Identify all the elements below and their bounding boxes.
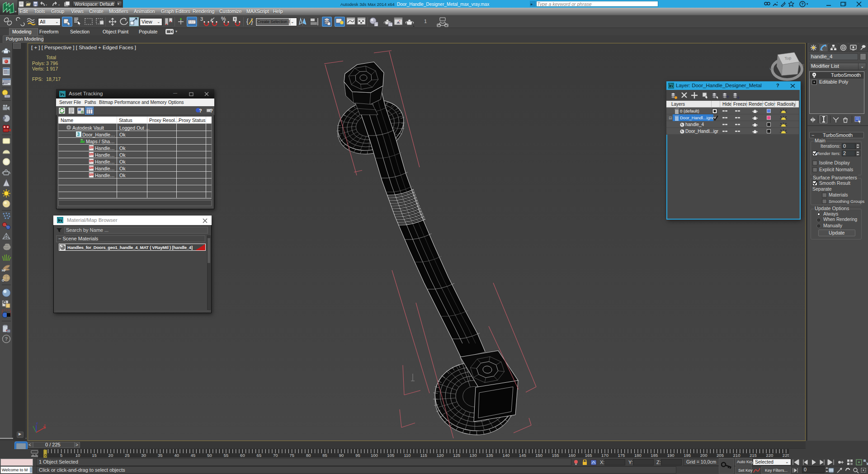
svg-text:80: 80 [306,453,311,458]
svg-text:50: 50 [207,453,212,458]
svg-text:95: 95 [355,453,360,458]
svg-text:45: 45 [191,453,196,458]
svg-text:PNG: PNG [90,167,94,169]
svg-text:115: 115 [420,453,427,458]
svg-text:PNG: PNG [90,147,94,149]
svg-text:185: 185 [651,453,658,458]
svg-text:?: ? [5,336,8,342]
svg-text:210: 210 [733,453,741,458]
svg-text:Top: Top [784,56,792,61]
svg-text:15: 15 [92,453,97,458]
svg-text:PNG: PNG [90,160,94,163]
svg-text:70: 70 [273,453,278,458]
svg-text:120: 120 [437,453,444,458]
svg-text:3: 3 [77,132,80,137]
svg-text:E: E [802,63,804,67]
svg-text:40: 40 [174,453,179,458]
svg-text:10: 10 [75,453,80,458]
svg-text:60: 60 [240,453,245,458]
svg-text:20: 20 [108,453,113,458]
svg-text:W: W [769,67,773,71]
svg-text:145: 145 [519,453,526,458]
svg-text:150: 150 [535,453,542,458]
svg-text:225: 225 [783,453,789,458]
svg-text:105: 105 [387,453,394,458]
svg-text:?: ? [210,108,213,113]
svg-text:170: 170 [601,453,609,458]
svg-text:{: { [246,18,249,25]
svg-text:25: 25 [125,453,130,458]
svg-text:165: 165 [585,453,592,458]
svg-text:130: 130 [470,453,477,458]
svg-text:PNG: PNG [90,174,94,176]
svg-text:30: 30 [142,453,146,458]
svg-text:175: 175 [618,453,625,458]
svg-text:?: ? [801,2,804,6]
svg-text:x: x [44,423,46,427]
svg-text:155: 155 [552,453,559,458]
svg-text:135: 135 [486,453,493,458]
svg-text:125: 125 [453,453,460,458]
svg-text:?: ? [199,108,202,113]
svg-text:35: 35 [158,453,163,458]
svg-text:PNG: PNG [90,154,94,156]
svg-text:200: 200 [700,453,708,458]
svg-text:90: 90 [339,453,344,458]
svg-text:5: 5 [60,453,62,458]
svg-text:215: 215 [750,453,757,458]
svg-text:160: 160 [568,453,576,458]
svg-text:190: 190 [667,453,675,458]
svg-text:75: 75 [289,453,294,458]
svg-text:HF: HF [2,269,6,272]
svg-text:180: 180 [634,453,642,458]
svg-text:110: 110 [404,453,410,458]
svg-text:z: z [36,421,38,425]
svg-text:85: 85 [322,453,327,458]
svg-text:100: 100 [371,453,378,458]
svg-text:O: O [2,279,5,282]
svg-text:65: 65 [257,453,262,458]
svg-text:195: 195 [684,453,691,458]
svg-text:205: 205 [717,453,724,458]
svg-text:220: 220 [766,453,773,458]
svg-text:55: 55 [224,453,229,458]
svg-text:140: 140 [502,453,509,458]
